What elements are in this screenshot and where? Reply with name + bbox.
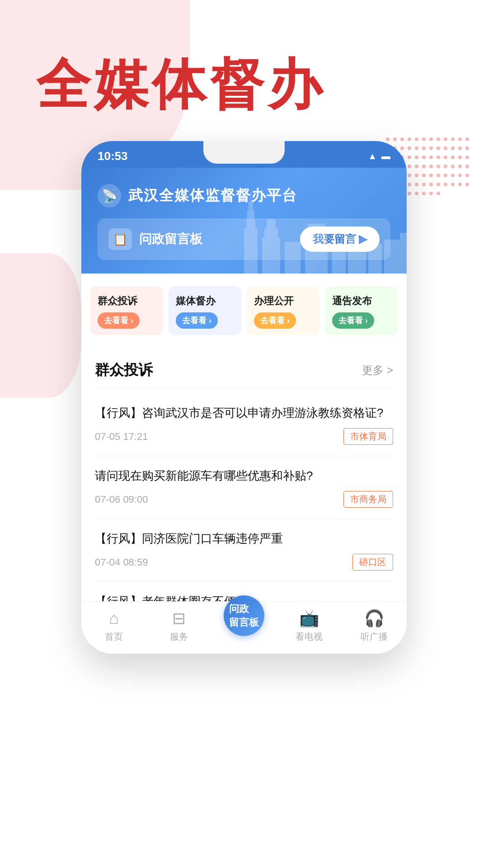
cat-btn-notice[interactable]: 去看看 ›	[332, 312, 374, 329]
nav-item-message[interactable]: 问政留言板	[211, 609, 277, 643]
message-center-icon: 问政留言板	[224, 595, 264, 636]
section-title: 群众投诉	[95, 360, 153, 380]
nav-label-service: 服务	[170, 631, 188, 643]
bottom-navigation: ⌂ 首页 ⊟ 服务 问政留言板 📺 看电视 🎧 听广播	[81, 601, 407, 654]
svg-rect-7	[267, 219, 276, 229]
svg-rect-6	[264, 228, 278, 238]
svg-rect-12	[348, 237, 366, 274]
cat-item-public[interactable]: 办理公开 去看看 ›	[247, 286, 319, 335]
news-item-2[interactable]: 请问现在购买新能源车有哪些优惠和补贴? 07-06 09:00 市商务局	[95, 456, 393, 519]
svg-rect-3	[249, 201, 253, 211]
news-item-1[interactable]: 【行风】咨询武汉市是否可以申请办理游泳教练资格证? 07-05 17:21 市体…	[95, 393, 393, 456]
brand-logo: 📡	[98, 184, 121, 208]
radio-icon: 🎧	[364, 609, 385, 628]
msg-board-icon: 📋	[108, 228, 132, 250]
nav-item-service[interactable]: ⊟ 服务	[146, 609, 211, 643]
news-date-3: 07-04 08:59	[95, 557, 148, 568]
cat-btn-complaints[interactable]: 去看看 ›	[98, 312, 140, 329]
svg-rect-10	[307, 224, 325, 234]
status-time: 10:53	[98, 149, 128, 163]
wifi-icon: ▲	[368, 151, 377, 161]
msg-board-label: 问政留言板	[139, 231, 202, 248]
section-more-link[interactable]: 更多 >	[362, 363, 393, 377]
nav-item-tv[interactable]: 📺 看电视	[277, 609, 342, 643]
cat-item-notice[interactable]: 通告发布 去看看 ›	[325, 286, 398, 335]
cat-item-complaints[interactable]: 群众投诉 去看看 ›	[90, 286, 163, 335]
home-icon: ⌂	[109, 609, 119, 628]
svg-rect-11	[332, 246, 346, 274]
skyline-decoration	[239, 192, 407, 274]
svg-rect-0	[244, 228, 258, 274]
cat-label-media: 媒体督办	[176, 294, 234, 308]
cat-label-public: 办理公开	[254, 294, 312, 308]
tv-icon: 📺	[299, 609, 319, 628]
section-header: 群众投诉 更多 >	[95, 348, 393, 389]
msg-bar-left: 📋 问政留言板	[108, 228, 202, 250]
status-icons: ▲ ▬	[368, 151, 390, 161]
service-icon: ⊟	[172, 609, 186, 628]
nav-label-tv: 看电视	[296, 631, 323, 643]
hero-title: 全媒体督办	[0, 0, 488, 114]
news-date-2: 07-06 09:00	[95, 494, 148, 505]
brand-logo-icon: 📡	[102, 189, 117, 203]
svg-rect-8	[285, 242, 300, 274]
svg-rect-15	[400, 233, 407, 274]
hero-banner: 📡 武汉全媒体监督督办平台 📋 问政留言板 我要留言 ▶	[81, 168, 407, 274]
nav-item-radio[interactable]: 🎧 听广播	[342, 609, 407, 643]
news-tag-2: 市商务局	[343, 491, 393, 508]
cat-btn-media[interactable]: 去看看 ›	[176, 312, 218, 329]
svg-rect-5	[262, 237, 280, 274]
nav-label-radio: 听广播	[361, 631, 388, 643]
news-meta-3: 07-04 08:59 硚口区	[95, 554, 393, 571]
news-title-3: 【行风】同济医院门口车辆违停严重	[95, 530, 393, 547]
cat-item-media[interactable]: 媒体督办 去看看 ›	[169, 286, 241, 335]
cat-label-notice: 通告发布	[332, 294, 390, 308]
svg-rect-4	[250, 192, 251, 202]
cat-label-complaints: 群众投诉	[98, 294, 156, 308]
news-title-1: 【行风】咨询武汉市是否可以申请办理游泳教练资格证?	[95, 404, 393, 422]
phone-mockup: 10:53 ▲ ▬	[0, 141, 488, 654]
battery-icon: ▬	[381, 151, 390, 161]
nav-item-home[interactable]: ⌂ 首页	[81, 609, 146, 643]
svg-rect-13	[368, 244, 382, 274]
phone-frame: 10:53 ▲ ▬	[81, 141, 407, 654]
phone-notch	[203, 141, 285, 164]
news-tag-3: 硚口区	[352, 554, 393, 571]
nav-label-home: 首页	[105, 631, 123, 643]
svg-rect-2	[247, 210, 254, 220]
svg-rect-1	[246, 219, 255, 228]
news-item-3[interactable]: 【行风】同济医院门口车辆违停严重 07-04 08:59 硚口区	[95, 519, 393, 582]
category-grid: 群众投诉 去看看 › 媒体督办 去看看 › 办理公开 去看看 › 通告发布 去看…	[81, 274, 407, 348]
svg-rect-9	[305, 233, 328, 274]
news-date-1: 07-05 17:21	[95, 431, 148, 443]
cat-btn-public[interactable]: 去看看 ›	[254, 312, 296, 329]
news-tag-1: 市体育局	[343, 428, 393, 445]
news-title-2: 请问现在购买新能源车有哪些优惠和补贴?	[95, 467, 393, 485]
news-meta-2: 07-06 09:00 市商务局	[95, 491, 393, 508]
news-meta-1: 07-05 17:21 市体育局	[95, 428, 393, 445]
